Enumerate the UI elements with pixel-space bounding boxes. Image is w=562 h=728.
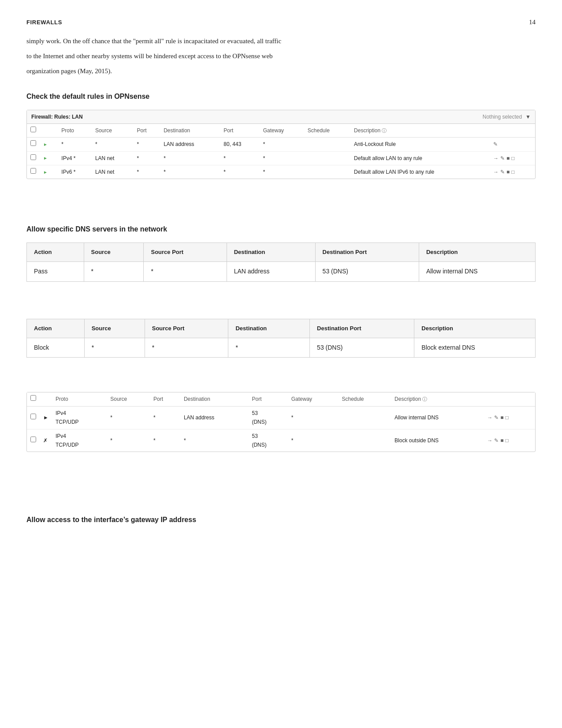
row-destination: * xyxy=(160,151,220,165)
row-dest-port: 53 (DNS) xyxy=(315,261,419,281)
copy-icon[interactable]: □ xyxy=(511,168,514,176)
row-source: * xyxy=(92,138,134,151)
row2-description: Allow internal DNS xyxy=(391,406,484,429)
table-row: Pass * * LAN address 53 (DNS) Allow inte… xyxy=(27,261,536,281)
row-dest-port: 80, 443 xyxy=(220,138,259,151)
row2-block-icon: ✗ xyxy=(40,429,52,452)
move-icon[interactable]: → xyxy=(493,168,499,176)
row2-proto: IPv4 TCP/UDP xyxy=(52,429,107,452)
fw-table-dns: Proto Source Port Destination Port Gatew… xyxy=(27,392,535,452)
body-text-1: simply work. On the off chance that the … xyxy=(26,35,536,48)
row2-port: * xyxy=(150,406,180,429)
move-icon[interactable]: → xyxy=(487,413,492,422)
delete-icon[interactable]: ■ xyxy=(506,168,510,176)
row2-dest-port: 53 (DNS) xyxy=(248,406,287,429)
edit-icon[interactable]: ✎ xyxy=(500,154,505,163)
dns-col-source-port: Source Port xyxy=(145,319,228,338)
row2-gateway: * xyxy=(288,406,339,429)
fw-col-source: Source xyxy=(92,124,134,138)
row-port: * xyxy=(134,151,160,165)
row-schedule xyxy=(304,151,350,165)
row2-port: * xyxy=(150,429,180,452)
delete-icon[interactable]: ■ xyxy=(500,413,503,422)
move-icon[interactable]: → xyxy=(493,154,499,163)
table-row: ✗ IPv4 TCP/UDP * * * 53 (DNS) * Block ou… xyxy=(27,429,535,452)
fw2-col-port: Port xyxy=(150,392,180,406)
body-text-3: organization pages (May, 2015). xyxy=(26,65,536,78)
dns-col-dest-port: Destination Port xyxy=(315,243,419,261)
copy-icon[interactable]: □ xyxy=(505,436,508,445)
fw2-select-all[interactable] xyxy=(30,395,36,401)
row2-destination: LAN address xyxy=(180,406,249,429)
row-source: LAN net xyxy=(92,165,134,179)
fw-col-port: Port xyxy=(134,124,160,138)
row-source-port: * xyxy=(145,338,228,358)
copy-icon[interactable]: □ xyxy=(505,413,508,422)
row-destination: LAN address xyxy=(160,138,220,151)
edit-icon[interactable]: ✎ xyxy=(493,140,498,149)
description-help-icon-2: ⓘ xyxy=(422,396,427,402)
row2-schedule xyxy=(338,406,391,429)
row-description: Default allow LAN IPv6 to any rule xyxy=(350,165,490,179)
row-description: Block external DNS xyxy=(414,338,536,358)
copy-icon[interactable]: □ xyxy=(511,154,514,163)
page-number: 14 xyxy=(529,17,536,28)
row-checkbox xyxy=(27,165,40,179)
heading-check-default-rules: Check the default rules in OPNsense xyxy=(26,90,536,102)
section-label: FIREWALLS xyxy=(26,18,536,27)
fw2-col-source: Source xyxy=(107,392,150,406)
row-port: * xyxy=(134,138,160,151)
dns-col-destination: Destination xyxy=(227,243,315,261)
row-proto: IPv4 * xyxy=(58,151,92,165)
row-source: * xyxy=(84,261,144,281)
row-gateway: * xyxy=(260,138,304,151)
row-checkbox xyxy=(27,138,40,151)
row-description: Anti-Lockout Rule xyxy=(350,138,490,151)
edit-icon[interactable]: ✎ xyxy=(494,413,499,422)
delete-icon[interactable]: ■ xyxy=(500,436,503,445)
dns-col-description: Description xyxy=(414,319,536,338)
dns-col-source: Source xyxy=(84,243,144,261)
row2-proto: IPv4 TCP/UDP xyxy=(52,406,107,429)
row2-destination: * xyxy=(180,429,249,452)
fw-table-lan-wrapper: Firewall: Rules: LAN Nothing selected ▼ … xyxy=(26,110,536,179)
row-destination: LAN address xyxy=(227,261,315,281)
row2-actions: →✎■□ xyxy=(484,406,535,429)
row-proto: IPv6 * xyxy=(58,165,92,179)
row2-dest-port: 53 (DNS) xyxy=(248,429,287,452)
row2-gateway: * xyxy=(288,429,339,452)
row2-schedule xyxy=(338,429,391,452)
dns-col-source-port: Source Port xyxy=(144,243,227,261)
dns-block-table-wrapper: Action Source Source Port Destination De… xyxy=(26,319,536,358)
dns-col-action: Action xyxy=(27,319,85,338)
fw-table-dns-wrapper: Proto Source Port Destination Port Gatew… xyxy=(26,392,536,452)
delete-icon[interactable]: ■ xyxy=(506,154,510,163)
fw-col-checkbox xyxy=(27,124,40,138)
dns-col-description: Description xyxy=(419,243,535,261)
fw2-col-description: Description ⓘ xyxy=(391,392,484,406)
heading-gateway-ip: Allow access to the interface’s gateway … xyxy=(26,514,536,526)
row-description: Allow internal DNS xyxy=(419,261,535,281)
fw2-col-dest-port: Port xyxy=(248,392,287,406)
edit-icon[interactable]: ✎ xyxy=(500,168,505,176)
row-destination: * xyxy=(160,165,220,179)
body-text-2: to the Internet and other nearby systems… xyxy=(26,50,536,63)
row-description: Default allow LAN to any rule xyxy=(350,151,490,165)
row-source: * xyxy=(84,338,145,358)
row-dest-port: 53 (DNS) xyxy=(310,338,414,358)
row-action: Block xyxy=(27,338,85,358)
fw-table-lan-title: Firewall: Rules: LAN xyxy=(31,112,83,121)
fw-col-actions xyxy=(490,124,535,138)
dns-col-destination: Destination xyxy=(228,319,310,338)
fw2-col-checkbox xyxy=(27,392,40,406)
fw-col-destination: Destination xyxy=(160,124,220,138)
fw-col-proto: Proto xyxy=(58,124,92,138)
edit-icon[interactable]: ✎ xyxy=(494,436,499,445)
row-arrow: ► xyxy=(40,151,58,165)
row-checkbox xyxy=(27,151,40,165)
move-icon[interactable]: → xyxy=(487,436,492,445)
fw-select-all[interactable] xyxy=(30,127,36,132)
row2-actions: →✎■□ xyxy=(484,429,535,452)
row2-description: Block outside DNS xyxy=(391,429,484,452)
fw-table-lan-dropdown[interactable]: ▼ xyxy=(525,112,531,121)
